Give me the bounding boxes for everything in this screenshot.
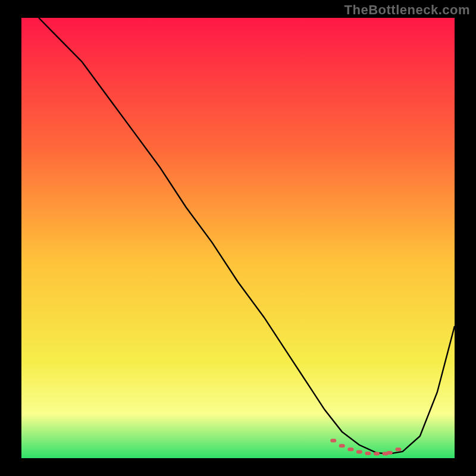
optimal-marker — [356, 450, 362, 454]
gradient-background — [21, 18, 455, 458]
optimal-marker — [387, 451, 393, 455]
watermark-text: TheBottleneck.com — [345, 2, 470, 18]
chart-frame: TheBottleneck.com — [0, 0, 476, 476]
optimal-marker — [365, 452, 371, 455]
optimal-marker — [339, 444, 345, 447]
optimal-marker — [330, 439, 336, 442]
optimal-marker — [347, 447, 353, 451]
optimal-marker — [395, 447, 401, 451]
chart-svg — [21, 18, 455, 458]
plot-area — [21, 18, 455, 458]
optimal-marker — [374, 452, 380, 456]
